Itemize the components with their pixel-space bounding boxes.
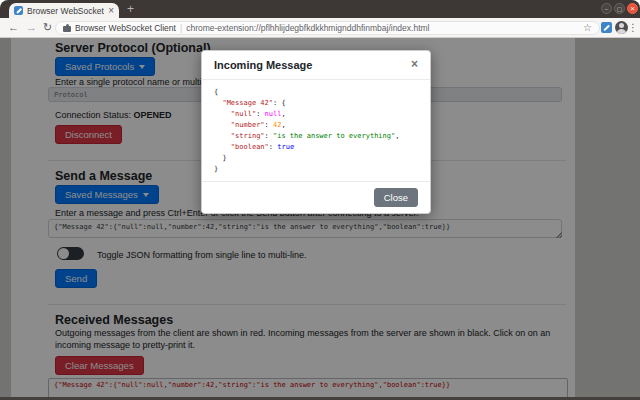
browser-menu-icon[interactable]: ⋮ [628, 22, 638, 33]
websocket-client-favicon-icon [14, 6, 23, 15]
tab-title: Browser WebSocket Client [27, 6, 104, 16]
browser-window: Browser WebSocket Client × + – ▢ × ← → ↻… [0, 0, 640, 400]
bookmark-star-icon[interactable]: ☆ [583, 23, 592, 33]
url-text: chrome-extension://pflhhlijdegbfkdkkhmig… [186, 23, 579, 33]
url-bar[interactable]: Browser WebSocket Client | chrome-extens… [55, 21, 600, 35]
modal-footer: Close [202, 181, 430, 213]
extension-page-icon [63, 26, 71, 32]
maximize-button[interactable]: ▢ [614, 3, 625, 14]
reload-icon[interactable]: ↻ [43, 21, 52, 34]
close-window-button[interactable]: × [627, 3, 638, 14]
browser-titlebar: Browser WebSocket Client × + – ▢ × [0, 0, 640, 18]
minimize-button[interactable]: – [601, 3, 612, 14]
websocket-extension-icon[interactable] [601, 22, 612, 33]
back-icon[interactable]: ← [8, 21, 19, 33]
browser-tab[interactable]: Browser WebSocket Client × [9, 3, 119, 18]
profile-avatar[interactable] [615, 21, 628, 34]
url-separator: | [180, 23, 182, 33]
window-controls: – ▢ × [601, 3, 638, 14]
modal-title: Incoming Message [214, 59, 312, 71]
browser-toolbar: ← → ↻ Browser WebSocket Client | chrome-… [0, 18, 640, 38]
incoming-message-modal: Incoming Message × { "Message 42": { "nu… [201, 50, 431, 214]
new-tab-button[interactable]: + [127, 2, 134, 16]
url-site-name: Browser WebSocket Client [75, 23, 176, 33]
tab-close-icon[interactable]: × [108, 6, 114, 16]
modal-close-button[interactable]: Close [374, 188, 418, 207]
forward-icon[interactable]: → [26, 21, 37, 33]
modal-close-icon[interactable]: × [411, 59, 418, 70]
modal-header: Incoming Message × [202, 51, 430, 80]
modal-json[interactable]: { "Message 42": { "null": null, "number"… [214, 87, 418, 175]
modal-body: { "Message 42": { "null": null, "number"… [202, 80, 430, 181]
